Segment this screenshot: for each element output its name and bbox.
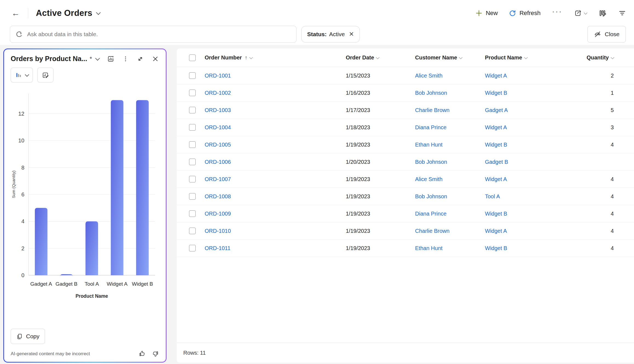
product-name-link[interactable]: Widget A <box>485 176 507 182</box>
product-name-link[interactable]: Widget B <box>485 142 507 148</box>
plus-icon <box>475 10 482 17</box>
back-button[interactable]: ← <box>12 9 20 17</box>
chart-type-dropdown[interactable] <box>11 68 33 82</box>
customer-name-link[interactable]: Bob Johnson <box>415 159 447 165</box>
order-number-link[interactable]: ORD-1011 <box>205 245 230 251</box>
table-row: ORD-10051/19/2023Ethan HuntWidget B4 <box>177 136 634 153</box>
more-options-icon[interactable] <box>122 55 129 62</box>
column-header-order-date[interactable]: Order Date <box>346 55 415 61</box>
row-checkbox[interactable] <box>189 176 196 182</box>
remove-filter-icon[interactable]: ✕ <box>349 31 354 38</box>
thumbs-down-icon[interactable] <box>152 350 159 357</box>
svg-text:Widget A: Widget A <box>107 281 127 287</box>
order-number-link[interactable]: ORD-1001 <box>205 73 231 79</box>
filter-icon <box>618 9 626 17</box>
customer-name-link[interactable]: Diana Prince <box>415 124 447 130</box>
expand-icon[interactable] <box>136 55 144 63</box>
column-header-quantity[interactable]: Quantity <box>575 55 614 61</box>
product-name-link[interactable]: Gadget B <box>485 159 508 165</box>
customer-name-link[interactable]: Bob Johnson <box>415 90 447 96</box>
row-checkbox[interactable] <box>189 107 196 113</box>
svg-text:Sum (Quantity): Sum (Quantity) <box>11 171 16 198</box>
order-date-cell: 1/20/2023 <box>346 159 415 165</box>
unsaved-marker: * <box>90 55 92 62</box>
svg-text:12: 12 <box>18 111 24 117</box>
eye-off-icon <box>594 30 601 38</box>
row-checkbox[interactable] <box>189 72 196 79</box>
select-all-checkbox[interactable] <box>189 55 196 61</box>
column-header-customer-name[interactable]: Customer Name <box>415 55 485 61</box>
share-icon <box>574 9 582 17</box>
product-name-link[interactable]: Widget B <box>485 245 507 251</box>
product-name-link[interactable]: Widget A <box>485 73 507 79</box>
customer-name-link[interactable]: Bob Johnson <box>415 193 447 199</box>
order-number-link[interactable]: ORD-1003 <box>205 107 231 113</box>
chart-insights-icon[interactable] <box>107 55 115 63</box>
row-checkbox[interactable] <box>189 210 196 217</box>
bar-chart-type-icon <box>15 71 22 79</box>
customer-name-link[interactable]: Alice Smith <box>415 176 442 182</box>
new-button-label: New <box>486 10 498 17</box>
new-button[interactable]: New <box>475 10 498 17</box>
row-checkbox[interactable] <box>189 193 196 200</box>
edit-columns-button[interactable] <box>598 9 607 17</box>
more-commands-button[interactable]: ··· <box>552 10 562 16</box>
order-date-cell: 1/19/2023 <box>346 245 415 251</box>
thumbs-up-icon[interactable] <box>138 350 146 357</box>
order-number-link[interactable]: ORD-1004 <box>205 124 231 130</box>
chart-area: 024681012Gadget AGadget BTool AWidget AW… <box>11 84 159 329</box>
column-header-order-number[interactable]: Order Number ↑ <box>205 55 346 61</box>
column-header-product-name[interactable]: Product Name <box>485 55 575 61</box>
product-name-link[interactable]: Widget B <box>485 211 507 217</box>
copy-button[interactable]: Copy <box>11 329 45 344</box>
order-number-link[interactable]: ORD-1005 <box>205 142 231 148</box>
chart-title-chevron-icon[interactable] <box>95 56 100 61</box>
customer-name-link[interactable]: Ethan Hunt <box>415 245 442 251</box>
svg-text:10: 10 <box>18 137 24 144</box>
svg-text:8: 8 <box>21 165 24 171</box>
order-number-link[interactable]: ORD-1007 <box>205 176 231 182</box>
customer-name-link[interactable]: Ethan Hunt <box>415 142 442 148</box>
share-button[interactable] <box>574 9 587 17</box>
edit-chart-button[interactable] <box>37 68 53 82</box>
view-selector-chevron-icon[interactable] <box>96 10 101 15</box>
product-name-link[interactable]: Gadget A <box>485 107 508 113</box>
chart-toolbar <box>11 68 159 82</box>
row-checkbox[interactable] <box>189 124 196 131</box>
copilot-search-box[interactable] <box>10 26 296 43</box>
product-name-link[interactable]: Widget A <box>485 124 507 130</box>
order-number-link[interactable]: ORD-1009 <box>205 211 231 217</box>
search-input[interactable] <box>27 31 291 38</box>
close-button[interactable]: Close <box>587 26 626 42</box>
product-name-link[interactable]: Widget A <box>485 228 507 234</box>
row-checkbox[interactable] <box>189 90 196 96</box>
customer-name-link[interactable]: Charlie Brown <box>415 107 450 113</box>
row-checkbox[interactable] <box>189 159 196 165</box>
customer-name-link[interactable]: Diana Prince <box>415 211 447 217</box>
close-card-icon[interactable] <box>152 55 159 63</box>
order-number-link[interactable]: ORD-1006 <box>205 159 231 165</box>
chart-type-chevron-icon <box>25 72 29 77</box>
bar-widget-b <box>136 100 149 275</box>
filter-button[interactable] <box>618 9 626 17</box>
row-checkbox[interactable] <box>189 228 196 234</box>
refresh-button[interactable]: Refresh <box>509 10 541 17</box>
order-number-link[interactable]: ORD-1002 <box>205 90 231 96</box>
product-name-link[interactable]: Tool A <box>485 193 500 199</box>
grid-footer: Rows: 11 <box>177 343 634 363</box>
svg-text:2: 2 <box>21 245 24 251</box>
data-grid: Order Number ↑ Order Date Customer Name … <box>177 48 634 363</box>
product-name-link[interactable]: Widget B <box>485 90 507 96</box>
order-number-link[interactable]: ORD-1008 <box>205 193 231 199</box>
customer-name-link[interactable]: Charlie Brown <box>415 228 450 234</box>
status-filter-chip[interactable]: Status: Active ✕ <box>301 26 360 42</box>
quantity-cell: 1 <box>575 90 614 96</box>
table-row: ORD-10071/19/2023Alice SmithWidget A4 <box>177 171 634 188</box>
order-number-link[interactable]: ORD-1010 <box>205 228 231 234</box>
quantity-cell: 5 <box>575 107 614 113</box>
customer-name-link[interactable]: Alice Smith <box>415 73 442 79</box>
row-checkbox[interactable] <box>189 245 196 251</box>
bar-gadget-a <box>35 208 47 275</box>
order-date-cell: 1/19/2023 <box>346 193 415 200</box>
row-checkbox[interactable] <box>189 141 196 148</box>
